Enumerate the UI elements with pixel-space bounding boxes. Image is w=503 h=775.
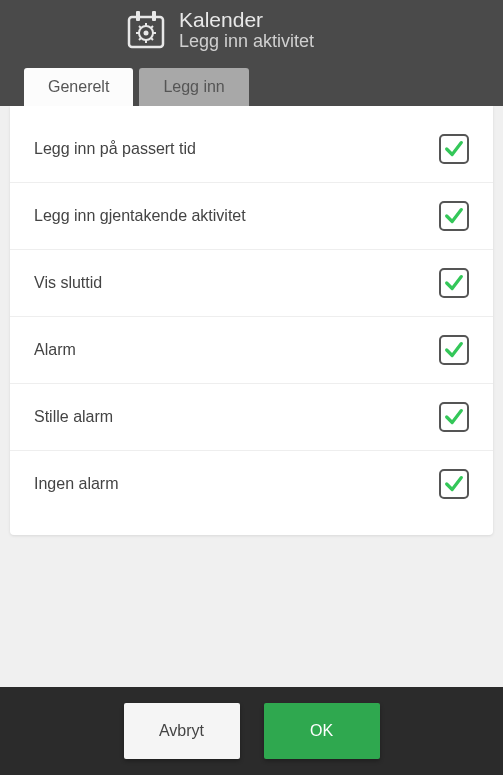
checkbox-gjentakende[interactable] [439,201,469,231]
app-header: Kalender Legg inn aktivitet Generelt Leg… [0,0,503,106]
setting-row-stille-alarm: Stille alarm [10,384,493,451]
ok-button[interactable]: OK [264,703,380,759]
checkbox-sluttid[interactable] [439,268,469,298]
svg-rect-1 [136,11,140,21]
setting-row-ingen-alarm: Ingen alarm [10,451,493,517]
setting-row-gjentakende: Legg inn gjentakende aktivitet [10,183,493,250]
svg-rect-2 [152,11,156,21]
checkbox-alarm[interactable] [439,335,469,365]
setting-label: Stille alarm [34,408,113,426]
tab-generelt[interactable]: Generelt [24,68,133,106]
svg-line-9 [139,26,141,28]
header-title-row: Kalender Legg inn aktivitet [0,0,503,53]
svg-line-11 [151,26,153,28]
setting-label: Legg inn gjentakende aktivitet [34,207,246,225]
app-title: Kalender [179,8,314,31]
app-subtitle: Legg inn aktivitet [179,31,314,53]
title-block: Kalender Legg inn aktivitet [179,8,314,53]
cancel-button[interactable]: Avbryt [124,703,240,759]
footer-bar: Avbryt OK [0,687,503,775]
setting-label: Alarm [34,341,76,359]
setting-label: Vis sluttid [34,274,102,292]
svg-line-10 [151,38,153,40]
setting-row-alarm: Alarm [10,317,493,384]
svg-line-12 [139,38,141,40]
checkbox-stille-alarm[interactable] [439,402,469,432]
checkbox-ingen-alarm[interactable] [439,469,469,499]
tab-bar: Generelt Legg inn [24,68,249,106]
tab-legg-inn[interactable]: Legg inn [139,68,248,106]
svg-point-4 [144,31,149,36]
setting-label: Ingen alarm [34,475,119,493]
setting-row-passert-tid: Legg inn på passert tid [10,116,493,183]
settings-panel: Legg inn på passert tid Legg inn gjentak… [10,106,493,535]
setting-label: Legg inn på passert tid [34,140,196,158]
checkbox-passert-tid[interactable] [439,134,469,164]
setting-row-sluttid: Vis sluttid [10,250,493,317]
calendar-settings-icon [125,9,167,51]
